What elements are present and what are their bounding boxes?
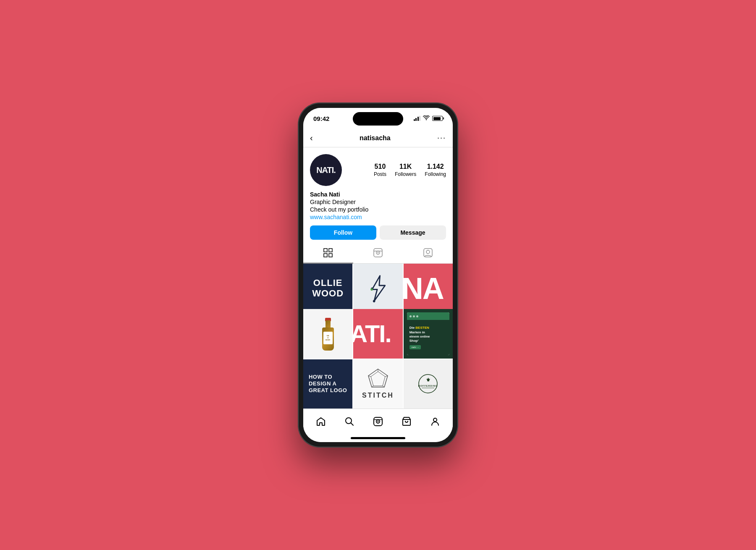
reels-icon	[373, 416, 383, 427]
followers-stat: 11K Followers	[395, 163, 416, 177]
following-label: Following	[425, 171, 446, 177]
tab-reels[interactable]	[353, 245, 403, 263]
status-icons	[414, 115, 443, 122]
followers-label: Followers	[395, 171, 416, 177]
tab-bar	[303, 245, 453, 264]
svg-point-31	[433, 418, 437, 422]
bofferding-crest-icon: ⚜ BOFFERDING	[417, 373, 438, 394]
shop-icon	[402, 416, 412, 427]
reels-tab-icon	[373, 248, 383, 260]
bottle-label: NB⚜BEER	[323, 332, 333, 344]
label-text: NB⚜BEER	[326, 335, 330, 341]
profile-stats: 510 Posts 11K Followers 1.142 Following	[342, 163, 446, 177]
svg-rect-3	[329, 254, 332, 257]
post-nati[interactable]: ATI.	[353, 309, 402, 358]
stitch-diamond-icon	[368, 368, 388, 389]
posts-count: 510	[375, 163, 386, 170]
website-title: Die BESTENMarken ineinem onlineShop'	[410, 326, 447, 343]
signal-bar-2	[415, 118, 417, 121]
post-lightning[interactable]	[353, 264, 402, 313]
follow-button[interactable]: Follow	[310, 225, 376, 240]
bio-tagline: Check out my portfolio	[310, 206, 446, 213]
posts-grid: OLLIEWOOD NA	[303, 264, 453, 409]
lightning-icon	[365, 274, 391, 303]
battery-fill	[433, 117, 441, 120]
grid-icon	[323, 248, 333, 260]
signal-bar-1	[414, 119, 415, 121]
website-content: Die BESTENMarken ineinem onlineShop' meh…	[407, 320, 449, 355]
post-stitch[interactable]: STITCH	[353, 359, 402, 409]
post-na[interactable]: NA	[404, 264, 453, 313]
phone-device: 09:42	[298, 103, 458, 447]
tagged-icon	[423, 248, 433, 260]
profile-nav-icon	[430, 416, 440, 427]
website-header	[407, 312, 449, 320]
back-button[interactable]: ‹	[310, 133, 313, 143]
bottom-home-button[interactable]	[312, 412, 330, 431]
bottom-nav	[303, 409, 453, 434]
post-bofferding[interactable]: ⚜ BOFFERDING	[404, 359, 453, 409]
profile-bio: Sacha Nati Graphic Designer Check out my…	[310, 191, 446, 220]
svg-text:⚜: ⚜	[426, 377, 430, 383]
svg-rect-0	[324, 249, 327, 252]
signal-bar-4	[419, 116, 420, 121]
post-ollie-wood[interactable]: OLLIEWOOD	[303, 264, 352, 313]
svg-point-12	[370, 288, 373, 291]
post-na-text: NA	[404, 271, 444, 306]
website-cta: mehr →	[410, 345, 421, 349]
bio-name: Sacha Nati	[310, 191, 446, 198]
tab-grid[interactable]	[303, 245, 353, 263]
profile-header: NATI. 510 Posts 11K Followers 1.142 Foll…	[310, 154, 446, 186]
post-howto[interactable]: HOW TODESIGN AGREAT LOGO	[303, 359, 352, 409]
stitch-logo-text: STITCH	[362, 392, 394, 399]
message-button[interactable]: Message	[380, 225, 446, 240]
post-beer[interactable]: NB⚜BEER	[303, 309, 352, 358]
status-bar: 09:42	[303, 108, 453, 129]
signal-icon	[414, 116, 421, 121]
dynamic-island	[353, 112, 403, 126]
post-ollie-text: OLLIEWOOD	[312, 278, 344, 298]
post-nati-text: ATI.	[353, 320, 391, 348]
svg-rect-1	[329, 249, 332, 252]
window-dot-2	[413, 315, 415, 317]
avatar-text: NATI.	[316, 165, 336, 175]
svg-point-9	[426, 250, 430, 254]
bottom-search-button[interactable]	[340, 412, 359, 431]
post-howto-text: HOW TODESIGN AGREAT LOGO	[309, 374, 347, 394]
svg-line-25	[351, 423, 354, 425]
svg-point-6	[378, 252, 379, 253]
nav-bar: ‹ natisacha ···	[303, 129, 453, 147]
window-dot-3	[416, 315, 418, 317]
battery-icon	[432, 116, 443, 121]
home-indicator	[303, 434, 453, 442]
wifi-icon	[423, 115, 430, 122]
post-website[interactable]: Die BESTENMarken ineinem onlineShop' meh…	[404, 309, 453, 358]
bottom-shop-button[interactable]	[397, 412, 416, 431]
bio-link[interactable]: www.sachanati.com	[310, 214, 446, 220]
tab-tagged[interactable]	[403, 245, 453, 263]
profile-actions: Follow Message	[310, 225, 446, 240]
svg-marker-14	[371, 372, 385, 386]
bottle-body: NB⚜BEER	[322, 327, 334, 351]
bofferding-logo: ⚜ BOFFERDING	[417, 373, 438, 394]
avatar: NATI.	[310, 154, 342, 186]
home-icon	[316, 416, 326, 427]
window-dot-1	[410, 315, 412, 317]
home-bar	[351, 437, 405, 439]
bottom-reels-button[interactable]	[369, 412, 387, 431]
following-stat: 1.142 Following	[425, 163, 446, 177]
bottom-profile-button[interactable]	[426, 412, 444, 431]
signal-bar-3	[417, 117, 419, 121]
website-mockup: Die BESTENMarken ineinem onlineShop' meh…	[407, 312, 449, 355]
phone-screen: 09:42	[303, 108, 453, 442]
svg-point-11	[373, 300, 375, 302]
posts-label: Posts	[374, 171, 386, 177]
svg-text:BOFFERDING: BOFFERDING	[418, 385, 438, 387]
followers-count: 11K	[399, 163, 412, 170]
status-time: 09:42	[313, 115, 329, 122]
bio-title: Graphic Designer	[310, 199, 446, 205]
more-options-button[interactable]: ···	[437, 134, 446, 142]
svg-rect-2	[324, 254, 327, 257]
svg-point-28	[378, 421, 379, 422]
search-icon	[344, 416, 354, 427]
